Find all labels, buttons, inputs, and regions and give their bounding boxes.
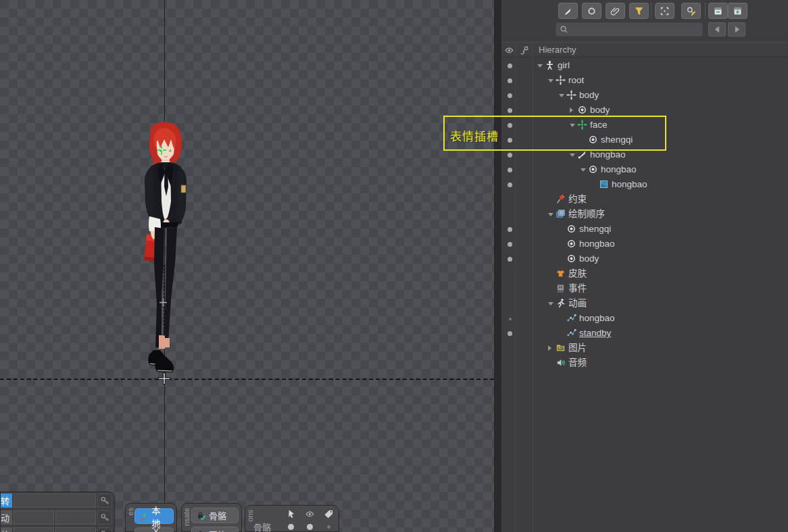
tree-row-body[interactable]: body <box>501 88 788 103</box>
visibility-dot[interactable] <box>508 331 512 336</box>
arrow-left-icon <box>712 24 722 34</box>
create-tool-button[interactable] <box>558 3 578 19</box>
cursor-column-icon[interactable] <box>286 509 296 519</box>
tree-row-hongbao[interactable]: hongbao <box>501 162 788 177</box>
transform-value-field[interactable] <box>14 527 54 532</box>
keyframe-button[interactable] <box>97 493 112 508</box>
tree-row-皮肤[interactable]: 皮肤 <box>501 266 788 281</box>
keyframe-button[interactable] <box>97 527 112 532</box>
tree-row-图片[interactable]: 图片 <box>501 341 788 356</box>
runner-icon <box>556 298 566 308</box>
visibility-dot[interactable] <box>508 242 512 247</box>
expand-collapse-arrow[interactable] <box>559 94 564 100</box>
key-icon <box>100 529 110 532</box>
bone-marker[interactable] <box>159 299 167 306</box>
face-bone-marker[interactable] <box>157 145 166 155</box>
骨骼-button[interactable]: 骨骼 <box>191 508 239 523</box>
tree-row-standby[interactable]: standby <box>501 326 788 341</box>
collapse-all-button[interactable] <box>708 3 728 19</box>
character-girl[interactable] <box>130 120 201 381</box>
visibility-dot[interactable] <box>508 78 512 83</box>
options-radio-dim[interactable] <box>327 525 330 529</box>
tree-label: 约束 <box>568 192 587 207</box>
nav-next-button[interactable] <box>728 22 745 37</box>
transform-value-field[interactable] <box>55 510 96 525</box>
viewport-canvas[interactable] <box>0 0 494 532</box>
visibility-dot[interactable] <box>508 64 512 68</box>
crosshair-icon <box>566 90 576 100</box>
slot-icon <box>588 164 598 174</box>
center-view-button[interactable] <box>655 3 674 19</box>
tree-row-hongbao[interactable]: hongbao <box>501 311 788 326</box>
options-radio-solid[interactable] <box>288 524 294 530</box>
panel-splitter[interactable] <box>494 0 501 532</box>
hierarchy-title: Hierarchy <box>539 45 576 55</box>
expand-collapse-arrow[interactable] <box>537 64 543 70</box>
slot-icon <box>566 239 576 249</box>
options-radio-solid[interactable] <box>307 524 313 530</box>
attach-tool-button[interactable] <box>606 3 625 19</box>
tree-row-shengqi[interactable]: shengqi <box>501 222 788 237</box>
search-edit-button[interactable] <box>681 3 701 19</box>
visibility-dot[interactable] <box>508 93 512 98</box>
transform-row-0: 转 <box>1 493 114 510</box>
transform-row-label[interactable]: 转 <box>1 493 12 508</box>
keyframe-button[interactable] <box>97 510 112 525</box>
expand-all-button[interactable] <box>728 3 747 19</box>
button-label: 父级 <box>151 523 168 532</box>
search-input[interactable] <box>569 24 693 35</box>
compensate-toolbar-label: nsate <box>182 508 191 526</box>
expand-collapse-arrow[interactable] <box>548 302 553 308</box>
tree-row-hongbao[interactable]: hongbao <box>501 177 788 192</box>
visibility-dot[interactable] <box>508 153 512 158</box>
skeleton-icon <box>545 60 555 70</box>
skin-shirt-icon <box>556 268 566 279</box>
visibility-dot[interactable] <box>509 318 512 320</box>
search-box[interactable] <box>556 22 703 37</box>
expand-collapse-arrow[interactable] <box>570 153 575 160</box>
crosshair-icon <box>556 75 566 85</box>
tree-row-root[interactable]: root <box>501 73 788 88</box>
visibility-dot[interactable] <box>508 227 512 232</box>
filter-button[interactable] <box>629 3 649 19</box>
nav-prev-button[interactable] <box>708 22 726 37</box>
expand-collapse-arrow[interactable] <box>581 168 586 174</box>
expand-expand-arrow[interactable] <box>548 345 554 351</box>
toolbar-divider <box>705 3 706 19</box>
link-icon[interactable] <box>519 45 529 55</box>
tree-label: root <box>568 73 584 88</box>
tree-row-hongbao[interactable]: hongbao <box>501 237 788 251</box>
expand-expand-arrow[interactable] <box>570 107 576 113</box>
tree-row-动画[interactable]: 动画 <box>501 296 788 311</box>
visibility-dot[interactable] <box>508 108 512 113</box>
tree-row-音频[interactable]: 音频 <box>501 356 788 370</box>
tree-label: hongbao <box>612 177 647 192</box>
tree-row-事件[interactable]: 事件 <box>501 281 788 296</box>
anim-clip-icon <box>566 313 576 323</box>
tag-column-icon[interactable] <box>324 509 334 519</box>
lock-bones-icon <box>197 511 206 521</box>
tree-row-body[interactable]: body <box>501 251 788 266</box>
tree-row-girl[interactable]: girl <box>501 58 788 73</box>
transform-value-field[interactable] <box>14 493 96 508</box>
transform-row-label[interactable]: 动 <box>1 510 12 525</box>
图片-button[interactable]: 图片 <box>191 527 239 532</box>
spine-editor-window: 转 动 放 es 本地父级 nsate 骨骼图片 ons 骨骼 <box>0 0 788 532</box>
visibility-dot[interactable] <box>508 183 512 187</box>
circle-tool-button[interactable] <box>582 3 601 19</box>
父级-button[interactable]: 父级 <box>134 527 174 532</box>
origin-marker[interactable] <box>158 372 170 385</box>
tree-label: 绘制顺序 <box>568 207 605 222</box>
visibility-dot[interactable] <box>508 257 512 262</box>
tree-row-绘制顺序[interactable]: 绘制顺序 <box>501 207 788 222</box>
eye-icon[interactable] <box>504 45 514 55</box>
transform-row-label[interactable]: 放 <box>1 527 12 532</box>
expand-collapse-arrow[interactable] <box>548 213 553 219</box>
tree-row-约束[interactable]: 约束 <box>501 192 788 207</box>
expand-collapse-arrow[interactable] <box>548 79 553 85</box>
transform-value-field[interactable] <box>55 527 96 532</box>
transform-value-field[interactable] <box>14 510 54 525</box>
eye-column-icon[interactable] <box>305 509 315 519</box>
visibility-dot[interactable] <box>508 168 512 172</box>
slot-icon <box>566 253 576 264</box>
